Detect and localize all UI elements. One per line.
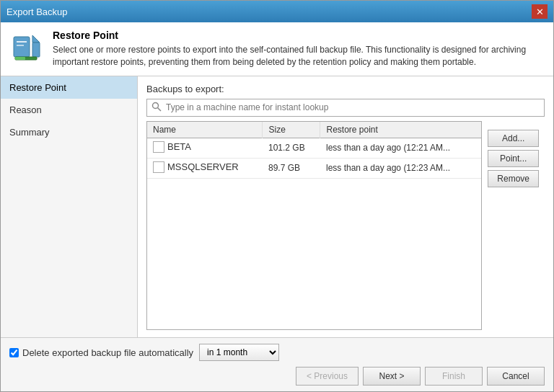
table-row[interactable]: MSSQLSERVER 89.7 GB less than a day ago … xyxy=(147,158,481,178)
month-select[interactable]: in 1 monthin 2 monthsin 3 monthsin 6 mon… xyxy=(199,344,279,361)
svg-point-6 xyxy=(153,102,159,108)
cell-name: MSSQLSERVER xyxy=(147,158,263,178)
svg-rect-0 xyxy=(14,37,30,57)
right-panel: Add... Point... Remove xyxy=(482,121,545,330)
search-input[interactable] xyxy=(166,102,540,112)
cell-size: 89.7 GB xyxy=(263,158,320,178)
svg-line-7 xyxy=(158,107,162,111)
cell-name: BETA xyxy=(147,138,263,158)
backups-label: Backups to export: xyxy=(146,84,545,94)
next-button[interactable]: Next > xyxy=(363,367,421,386)
export-backup-window: Export Backup ✕ Restore Point Select one… xyxy=(0,0,554,392)
svg-rect-3 xyxy=(32,43,40,57)
row-server-icon xyxy=(153,161,164,173)
svg-rect-1 xyxy=(17,41,27,43)
search-icon xyxy=(151,102,162,114)
delete-row: Delete exported backup file automaticall… xyxy=(9,344,545,361)
action-buttons: Add... Point... Remove xyxy=(488,128,539,187)
header-panel: Restore Point Select one or more restore… xyxy=(1,22,553,76)
svg-rect-5 xyxy=(15,57,25,60)
previous-button[interactable]: < Previous xyxy=(296,367,359,386)
sidebar: Restore Point Reason Summary xyxy=(1,76,138,337)
row-server-icon xyxy=(153,141,164,153)
cell-restore-point: less than a day ago (12:23 AM... xyxy=(320,158,481,178)
header-text-area: Restore Point Select one or more restore… xyxy=(53,30,545,68)
search-bar xyxy=(146,99,545,117)
main-panel: Backups to export: Name xyxy=(138,76,553,337)
cell-restore-point: less than a day ago (12:21 AM... xyxy=(320,138,481,158)
restore-point-icon xyxy=(9,30,44,64)
bottom-bar: Delete exported backup file automaticall… xyxy=(1,337,553,391)
delete-label-text: Delete exported backup file automaticall… xyxy=(22,347,193,358)
backups-table-container: Name Size Restore point BETA 101.2 GB le… xyxy=(146,121,482,330)
sidebar-item-restore-point[interactable]: Restore Point xyxy=(1,76,137,99)
add-button[interactable]: Add... xyxy=(488,130,539,147)
nav-row: < Previous Next > Finish Cancel xyxy=(9,367,545,386)
sidebar-item-reason[interactable]: Reason xyxy=(1,99,137,121)
cell-size: 101.2 GB xyxy=(263,138,320,158)
col-restore-point: Restore point xyxy=(320,122,481,138)
close-button[interactable]: ✕ xyxy=(532,4,548,19)
header-title: Restore Point xyxy=(53,30,545,41)
title-bar: Export Backup ✕ xyxy=(1,1,553,22)
window-title: Export Backup xyxy=(6,6,68,17)
backups-table: Name Size Restore point BETA 101.2 GB le… xyxy=(147,122,481,179)
delete-checkbox[interactable] xyxy=(9,348,19,357)
content-area: Restore Point Reason Summary Backups to … xyxy=(1,76,553,337)
table-row[interactable]: BETA 101.2 GB less than a day ago (12:21… xyxy=(147,138,481,158)
col-size: Size xyxy=(263,122,320,138)
col-name: Name xyxy=(147,122,263,138)
header-description: Select one or more restore points to exp… xyxy=(53,44,545,68)
delete-checkbox-label[interactable]: Delete exported backup file automaticall… xyxy=(9,347,193,358)
svg-rect-2 xyxy=(17,45,24,46)
remove-button[interactable]: Remove xyxy=(488,170,539,187)
point-button[interactable]: Point... xyxy=(488,150,539,167)
cancel-button[interactable]: Cancel xyxy=(487,367,545,386)
finish-button[interactable]: Finish xyxy=(425,367,483,386)
sidebar-item-summary[interactable]: Summary xyxy=(1,121,137,143)
